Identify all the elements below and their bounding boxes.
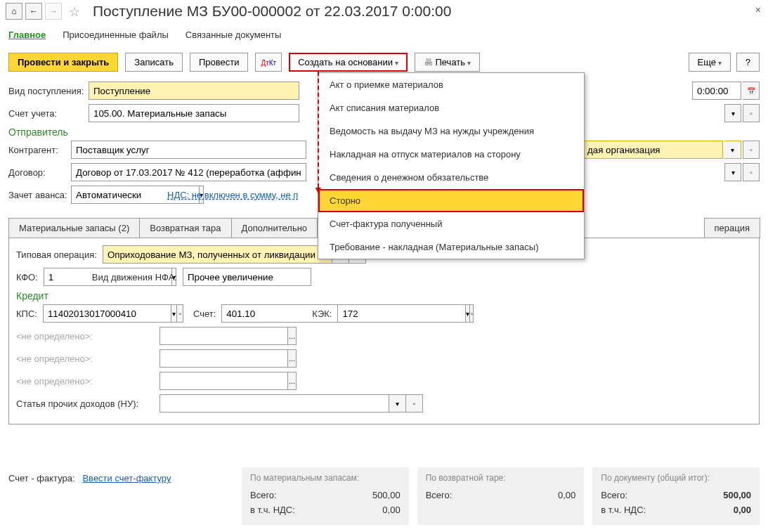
menu-item-money-obligation[interactable]: Сведения о денежном обязательстве [318, 166, 584, 189]
advance-label: Зачет аванса: [8, 190, 68, 200]
annotation-arrow [318, 72, 319, 188]
tab-files[interactable]: Присоединенные файлы [63, 27, 169, 43]
contract-label: Договор: [8, 167, 68, 178]
summary-document: По документу (общий итог): Всего:500,00 … [592, 467, 760, 525]
account-dropdown-icon[interactable]: ▾ [724, 104, 741, 122]
undef2-more-icon[interactable]: … [288, 349, 297, 368]
movement-field[interactable] [183, 268, 311, 286]
tab-operation[interactable]: перация [704, 218, 760, 238]
type-label: Вид поступления: [8, 86, 86, 96]
typical-op-label: Типовая операция: [16, 249, 97, 260]
account-label: Счет учета: [8, 108, 86, 119]
typical-op-field[interactable] [103, 245, 332, 264]
account-open-icon[interactable]: ▫ [743, 104, 760, 122]
undef-label-2: <не определено>: [16, 353, 157, 364]
nds-link[interactable]: НДС: не включен в сумму, не п [167, 190, 298, 200]
article-label: Статья прочих доходов (НУ): [16, 398, 157, 409]
article-field[interactable] [160, 394, 389, 413]
calendar-icon[interactable]: 📅 [743, 82, 760, 100]
account-field[interactable] [89, 104, 299, 122]
forward-button[interactable]: → [45, 3, 62, 20]
org-open-icon[interactable]: ▫ [743, 141, 760, 159]
close-icon[interactable]: × [755, 4, 761, 15]
credit-section-title: Кредит [16, 290, 752, 301]
type-field[interactable] [89, 82, 299, 100]
article-dropdown-icon[interactable]: ▾ [389, 394, 406, 413]
summary-materials: По материальным запасам: Всего:500,00 в … [242, 467, 409, 525]
help-button[interactable]: ? [736, 53, 760, 72]
kps-field[interactable] [43, 304, 171, 323]
kek-field[interactable] [337, 304, 466, 323]
home-button[interactable]: ⌂ [6, 3, 22, 20]
counterparty-field[interactable] [71, 141, 306, 159]
back-button[interactable]: ← [25, 3, 42, 20]
menu-item-act-writeoff[interactable]: Акт списания материалов [318, 96, 584, 119]
tab-tare[interactable]: Возвратная тара [139, 218, 231, 238]
summary-tare: По возвратной таре: Всего:0,00 [417, 467, 585, 525]
create-on-basis-button[interactable]: Создать на основании [289, 53, 408, 72]
schet-label: Счет: [193, 309, 216, 319]
kek-open-icon[interactable]: ▫ [470, 304, 474, 323]
contract2-dropdown-icon[interactable]: ▾ [724, 163, 741, 181]
undef-field-1[interactable] [160, 327, 288, 345]
document-title: Поступление МЗ БУ00-000002 от 22.03.2017… [93, 3, 451, 20]
counterparty-label: Контрагент: [8, 145, 68, 155]
more-button[interactable]: Еще [689, 53, 731, 72]
undef-label-1: <не определено>: [16, 331, 157, 342]
contract2-open-icon[interactable]: ▫ [743, 163, 760, 181]
save-button[interactable]: Записать [125, 53, 183, 72]
tab-materials[interactable]: Материальные запасы (2) [8, 218, 140, 238]
tab-main[interactable]: Главное [8, 27, 46, 43]
undef3-more-icon[interactable]: … [288, 372, 297, 390]
org-dropdown-icon[interactable]: ▾ [724, 141, 741, 159]
menu-item-vedomost[interactable]: Ведомость на выдачу МЗ на нужды учрежден… [318, 119, 584, 143]
menu-item-act-receipt[interactable]: Акт о приемке материалов [318, 73, 584, 96]
menu-item-storno[interactable]: Сторно [318, 189, 584, 212]
favorite-icon[interactable]: ☆ [69, 4, 83, 18]
tab-additional[interactable]: Дополнительно [231, 218, 318, 238]
print-button[interactable]: 🖶 Печать [415, 53, 480, 72]
undef-label-3: <не определено>: [16, 376, 157, 387]
menu-item-requirement[interactable]: Требование - накладная (Материальные зап… [318, 235, 584, 259]
organization-field[interactable] [582, 141, 723, 159]
undef-field-2[interactable] [160, 349, 288, 368]
create-basis-menu: Акт о приемке материалов Акт списания ма… [318, 72, 585, 259]
contract-field[interactable] [71, 163, 306, 181]
invoice-label: Счет - фактура: [8, 473, 75, 484]
kps-label: КПС: [16, 309, 37, 319]
menu-item-nakladnaya[interactable]: Накладная на отпуск материалов на сторон… [318, 143, 584, 166]
kfo-label: КФО: [16, 272, 38, 283]
kek-label: КЭК: [312, 309, 332, 319]
dt-kt-button[interactable]: ДтКт [255, 53, 282, 72]
kps-open-icon[interactable]: ▫ [177, 304, 183, 323]
article-open-icon[interactable]: ▫ [406, 394, 423, 413]
menu-item-invoice-received[interactable]: Счет-фактура полученный [318, 212, 584, 235]
kps-dropdown-icon[interactable]: ▾ [171, 304, 178, 323]
movement-label: Вид движения НФА: [92, 272, 177, 283]
post-and-close-button[interactable]: Провести и закрыть [8, 53, 118, 72]
post-button[interactable]: Провести [190, 53, 249, 72]
enter-invoice-link[interactable]: Ввести счет-фактуру [82, 473, 171, 484]
tab-related[interactable]: Связанные документы [186, 27, 282, 43]
annotation-arrowhead: ▼ [313, 184, 323, 195]
date-field[interactable] [692, 82, 741, 100]
undef-field-3[interactable] [160, 372, 288, 390]
undef1-more-icon[interactable]: … [288, 327, 297, 345]
